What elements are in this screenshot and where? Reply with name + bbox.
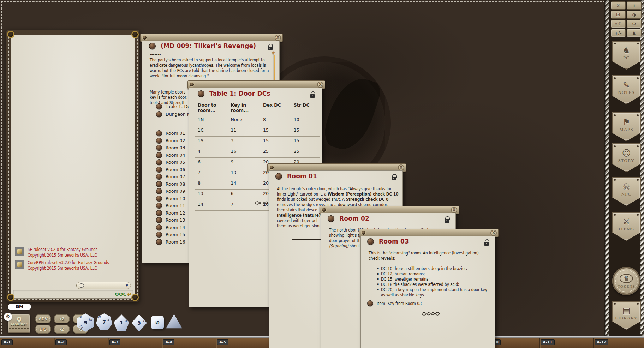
chat-input[interactable]: OOC ↵ (13, 290, 133, 299)
close-icon[interactable]: X (317, 82, 323, 88)
lock-icon[interactable] (310, 91, 315, 98)
lock-icon[interactable] (445, 216, 450, 223)
d4-die[interactable]: 24 (166, 313, 182, 329)
grommet-icon (131, 294, 139, 301)
text-line: This is the "cleansing" room. An Intelli… (369, 250, 495, 256)
story-room-link[interactable]: Room 09 (156, 188, 185, 194)
room-link-label: Room 12 (166, 210, 185, 216)
roll-button-minus2[interactable]: -2 (54, 325, 70, 334)
d6-die[interactable]: 5 (151, 316, 164, 329)
link-pin-icon[interactable] (156, 138, 162, 144)
party-info-button[interactable]: ℹ (627, 1, 642, 10)
hotkey-slot[interactable]: A-11 (541, 339, 555, 345)
hotkey-slot[interactable]: A-5 (217, 339, 228, 345)
story-room-link[interactable]: Room 01 (156, 130, 185, 136)
room02-pin-icon[interactable] (328, 215, 334, 222)
table-pin-icon[interactable] (198, 90, 204, 97)
sun-moon-button[interactable]: ☼☾ (611, 20, 626, 28)
story-room-link[interactable]: Room 02 (156, 138, 185, 144)
link-pin-icon[interactable] (156, 145, 162, 151)
grommet-icon (7, 294, 14, 301)
link-pin-icon[interactable] (156, 232, 162, 238)
palette-button[interactable]: ◑ (627, 11, 642, 19)
story-room-link[interactable]: Room 16 (156, 239, 185, 245)
room01-pin-icon[interactable] (275, 173, 282, 180)
d12-die[interactable]: 7108 (96, 313, 112, 330)
gear-icon[interactable]: ⚙ (4, 313, 12, 321)
sidebar-item-npc[interactable]: ☠NPC (612, 177, 641, 206)
lock-icon[interactable] (392, 174, 397, 180)
roll-button-dis[interactable]: DIS (35, 325, 51, 334)
hotkey-slot[interactable]: A-2 (55, 339, 67, 345)
roll-button-adv[interactable]: ADV (35, 314, 51, 323)
link-pin-icon[interactable] (156, 196, 162, 202)
link-pin-icon[interactable] (156, 111, 162, 117)
item-link-label: Item: Key from Room 03 (377, 301, 422, 306)
sidebar-item-maps[interactable]: ⚑MAPS (612, 112, 641, 141)
sidebar-item-items[interactable]: ⚔ITEMS (612, 212, 641, 241)
sidebar-item-pc[interactable]: ♞PC (612, 41, 641, 70)
story-room-link[interactable]: Room 10 (156, 196, 185, 202)
room03-pin-icon[interactable] (367, 238, 374, 245)
link-pin-icon[interactable] (156, 167, 162, 173)
story-room-link[interactable]: Room 03 (156, 145, 185, 151)
lock-icon[interactable] (484, 239, 489, 246)
story-room-link[interactable]: Room 13 (156, 217, 185, 223)
lock-icon[interactable] (268, 44, 273, 50)
link-pin-icon[interactable] (156, 130, 162, 136)
item-link[interactable]: Item: Key from Room 03 (367, 300, 430, 306)
hotkey-slot[interactable]: A-4 (163, 339, 174, 345)
hotkey-slot[interactable]: A-1 (1, 339, 13, 345)
room-link-label: Room 16 (166, 239, 185, 245)
gear-button[interactable]: ⚙ (627, 20, 642, 28)
hotkey-slot[interactable]: A-3 (109, 339, 121, 345)
story-room-link[interactable]: Room 05 (156, 159, 185, 165)
bullet-item: DC 18 the shackles were affected by acid… (377, 282, 495, 287)
figure-button[interactable]: ♟ (627, 29, 642, 37)
story-room-link[interactable]: Room 08 (156, 181, 185, 187)
close-icon[interactable]: X (451, 207, 457, 213)
story-room-link[interactable]: Room 06 (156, 167, 185, 173)
room-link-label: Room 02 (166, 138, 185, 143)
link-pin-icon[interactable] (156, 103, 162, 109)
item-pin-icon[interactable] (367, 300, 373, 306)
link-pin-icon[interactable] (156, 203, 162, 209)
chat-message: 5E ruleset v3.2.0 for Fantasy GroundsCop… (15, 247, 132, 258)
story-room-link[interactable]: Room 15 (156, 232, 185, 238)
story-pin-icon[interactable] (149, 43, 156, 49)
text-line: check reveals: (369, 256, 495, 261)
story-room-link[interactable]: Room 14 (156, 224, 185, 230)
modifier-label: Modifier (8, 322, 30, 326)
link-pin-icon[interactable] (156, 174, 162, 180)
link-pin-icon[interactable] (156, 224, 162, 230)
sidebar-item-tokens[interactable]: ♛TOKENS (612, 267, 640, 295)
sidebar-item-story[interactable]: ☺STORY (612, 143, 641, 172)
roll-button-plus2[interactable]: +2 (54, 314, 70, 323)
story-room-link[interactable]: Room 12 (156, 210, 185, 216)
table-cell: 15 (260, 126, 291, 137)
story-room-link[interactable]: Room 11 (156, 203, 185, 209)
link-pin-icon[interactable] (156, 217, 162, 223)
story-room-link[interactable]: Room 07 (156, 174, 185, 180)
combat-swords-button[interactable]: ⚔ (611, 1, 626, 10)
story-room-link[interactable]: Room 04 (156, 152, 185, 158)
sidebar-item-notes[interactable]: ✎NOTES (612, 75, 641, 104)
chat-mode-dropdown[interactable]: ▼ (76, 282, 131, 289)
close-icon[interactable]: X (275, 35, 281, 41)
link-pin-icon[interactable] (156, 152, 162, 158)
d10-die[interactable]: 173 (114, 314, 129, 331)
sidebar-item-library[interactable]: ▤LIBRARY (612, 301, 641, 330)
link-pin-icon[interactable] (156, 188, 162, 194)
bullet-item: DC 20, a key ring on the implement stand… (377, 287, 495, 298)
close-icon[interactable]: X (398, 164, 404, 171)
hotkey-slot[interactable]: A-12 (595, 339, 608, 345)
table-cell: 8 (260, 115, 291, 126)
die-button[interactable]: ⚀ (611, 11, 626, 19)
close-icon[interactable]: X (490, 230, 497, 236)
plus-minus-button[interactable]: +/- (611, 29, 626, 37)
link-pin-icon[interactable] (156, 181, 162, 187)
d8-die[interactable]: 321 (131, 314, 147, 331)
link-pin-icon[interactable] (156, 239, 162, 245)
link-pin-icon[interactable] (156, 159, 162, 165)
link-pin-icon[interactable] (156, 210, 162, 216)
